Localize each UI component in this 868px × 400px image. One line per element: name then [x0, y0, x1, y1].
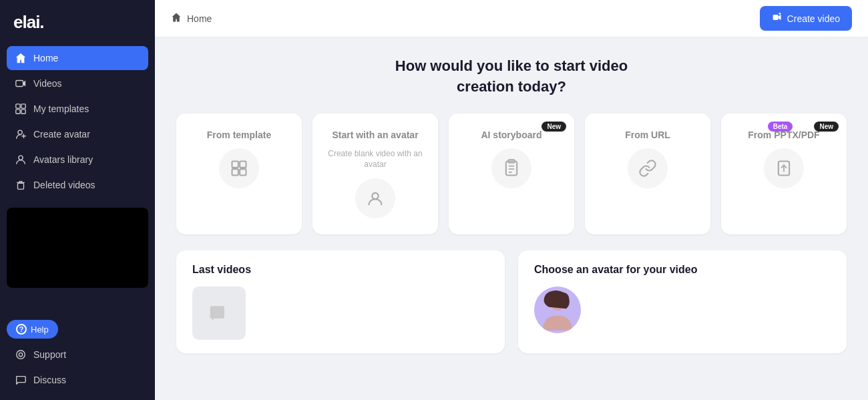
last-videos-content	[192, 286, 489, 340]
card-avatar-subtitle: Create blank video with an avatar	[326, 148, 425, 171]
svg-point-11	[17, 351, 25, 359]
sidebar-item-home[interactable]: Home	[7, 46, 148, 70]
card-storyboard-title: AI storyboard	[481, 130, 541, 140]
templates-icon	[15, 103, 27, 115]
bottom-row: Last videos Choose an avatar for your vi…	[176, 250, 847, 353]
main-content: Home Create video How would you like to …	[155, 0, 868, 400]
beta-badge: Beta	[768, 122, 793, 132]
grid-icon-container	[219, 148, 259, 188]
breadcrumb-label: Home	[187, 13, 212, 24]
breadcrumb: Home	[171, 12, 212, 25]
svg-rect-0	[16, 81, 23, 87]
card-url-title: From URL	[625, 130, 670, 140]
content-area: How would you like to start videocreatio…	[155, 37, 868, 400]
creation-section: How would you like to start videocreatio…	[176, 56, 847, 234]
svg-marker-14	[778, 15, 781, 20]
svg-rect-3	[21, 104, 25, 108]
svg-rect-10	[18, 183, 24, 189]
avatars-library-icon	[15, 154, 27, 166]
card-ai-storyboard[interactable]: New AI storyboard	[449, 114, 574, 235]
home-icon	[15, 52, 27, 64]
help-button[interactable]: ? Help	[7, 320, 58, 339]
sidebar-item-my-templates-label: My templates	[33, 104, 89, 114]
video-icon	[15, 77, 27, 89]
creation-title: How would you like to start videocreatio…	[176, 56, 847, 97]
clipboard-icon-container	[491, 148, 531, 188]
sidebar-item-discuss-label: Discuss	[33, 375, 66, 385]
person-circle-icon-container	[355, 178, 395, 218]
svg-point-9	[19, 156, 23, 160]
svg-rect-17	[232, 161, 238, 167]
sidebar-nav: Home Videos My templates Create avatar A	[0, 43, 155, 200]
sidebar-item-avatars-library-label: Avatars library	[33, 154, 93, 165]
svg-marker-28	[211, 318, 214, 321]
svg-rect-5	[21, 110, 25, 114]
discuss-icon	[15, 374, 27, 386]
svg-point-6	[18, 130, 22, 134]
choose-avatar-card: Choose an avatar for your video	[518, 250, 847, 353]
sidebar-thumbnail	[7, 208, 148, 288]
svg-rect-19	[232, 169, 238, 175]
card-from-url[interactable]: From URL	[585, 114, 710, 235]
svg-rect-20	[240, 169, 246, 175]
help-circle-icon: ?	[16, 324, 27, 335]
sidebar-bottom: ? Help Support Discuss	[0, 315, 155, 400]
create-video-button[interactable]: Create video	[760, 6, 852, 31]
last-videos-card: Last videos	[176, 250, 505, 353]
svg-rect-2	[16, 104, 20, 108]
option-cards-row: From template Start with an avatar Creat…	[176, 114, 847, 235]
support-icon	[15, 349, 27, 361]
svg-point-21	[372, 193, 378, 199]
sidebar-item-home-label: Home	[33, 53, 58, 63]
create-video-icon	[772, 12, 783, 25]
logo: elai.	[0, 0, 155, 43]
sidebar: elai. Home Videos My templates Create av…	[0, 0, 155, 400]
trash-icon	[15, 179, 27, 191]
upload-icon-container	[764, 148, 804, 188]
avatar-thumbnail[interactable]	[534, 286, 581, 333]
choose-avatar-title: Choose an avatar for your video	[534, 264, 831, 276]
create-video-label: Create video	[787, 13, 840, 24]
create-avatar-icon	[15, 128, 27, 140]
sidebar-item-support[interactable]: Support	[7, 343, 148, 367]
card-from-template-title: From template	[207, 130, 271, 140]
link-icon-container	[628, 148, 668, 188]
breadcrumb-home-icon	[171, 12, 182, 25]
header: Home Create video	[155, 0, 868, 37]
new-badge-storyboard: New	[541, 122, 566, 132]
sidebar-item-deleted-videos-label: Deleted videos	[33, 180, 95, 190]
svg-rect-4	[16, 110, 20, 114]
card-from-pptx[interactable]: Beta New From PPTX/PDF	[721, 114, 847, 235]
sidebar-item-create-avatar[interactable]: Create avatar	[7, 122, 148, 146]
sidebar-item-deleted-videos[interactable]: Deleted videos	[7, 173, 148, 197]
sidebar-item-videos-label: Videos	[33, 78, 62, 89]
sidebar-item-videos[interactable]: Videos	[7, 71, 148, 95]
sidebar-item-discuss[interactable]: Discuss	[7, 368, 148, 392]
sidebar-item-avatars-library[interactable]: Avatars library	[7, 148, 148, 172]
svg-rect-18	[240, 161, 246, 167]
video-thumbnail[interactable]	[192, 286, 246, 340]
help-label: Help	[31, 325, 49, 335]
svg-rect-13	[773, 15, 778, 20]
new-badge-pptx: New	[814, 122, 839, 132]
sidebar-item-create-avatar-label: Create avatar	[33, 129, 90, 140]
sidebar-item-support-label: Support	[33, 349, 66, 360]
svg-point-12	[19, 353, 22, 356]
card-avatar-title: Start with an avatar	[332, 130, 418, 140]
avatar-content	[534, 286, 831, 333]
card-from-template[interactable]: From template	[176, 114, 302, 235]
last-videos-title: Last videos	[192, 264, 489, 276]
sidebar-item-my-templates[interactable]: My templates	[7, 97, 148, 121]
card-start-with-avatar[interactable]: Start with an avatar Create blank video …	[312, 114, 438, 235]
